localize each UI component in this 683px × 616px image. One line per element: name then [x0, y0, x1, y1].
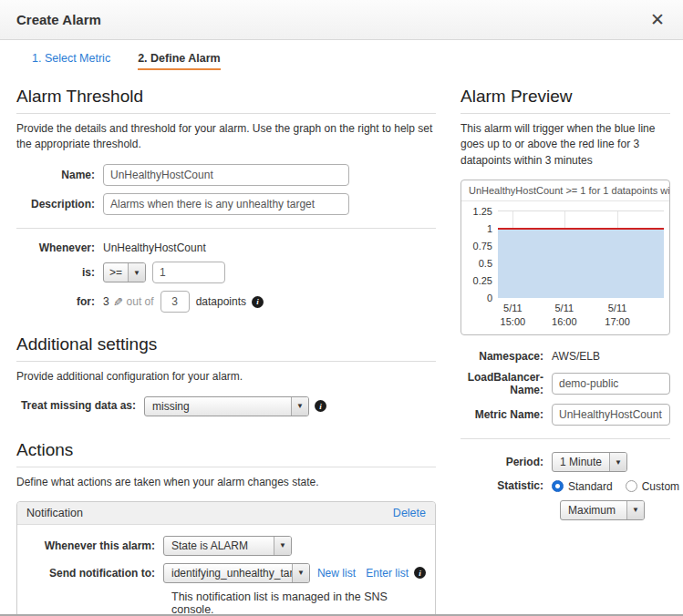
statistic-select[interactable]: Maximum ▼: [560, 500, 645, 520]
sns-note: This notification list is managed in the…: [171, 590, 426, 616]
chart-plot-area: 00.250.50.7511.25: [498, 210, 664, 298]
namespace-value: AWS/ELB: [552, 350, 600, 363]
delete-notification-link[interactable]: Delete: [393, 507, 426, 519]
is-label: is:: [16, 266, 103, 279]
actions-description: Define what actions are taken when your …: [16, 475, 436, 490]
chart-y-tick: 0: [487, 293, 498, 303]
dialog-header: Create Alarm ✕: [0, 0, 683, 40]
chevron-down-icon: ▼: [626, 501, 644, 519]
actions-heading: Actions: [16, 440, 436, 467]
chevron-down-icon: ▼: [292, 564, 309, 582]
period-label: Period:: [461, 456, 552, 468]
name-label: Name:: [16, 169, 103, 181]
edit-pencil-icon[interactable]: ✎: [113, 295, 123, 309]
alarm-state-select[interactable]: State is ALARM ▼: [163, 536, 292, 556]
alarm-preview-description: This alarm will trigger when the blue li…: [461, 121, 670, 169]
sns-topic-select[interactable]: identifying_unhealthy_targets_lambda_t ▼: [163, 563, 310, 583]
chart-y-tick: 1.25: [473, 206, 498, 217]
chart-y-tick: 0.5: [479, 258, 498, 269]
additional-settings-description: Provide additional configuration for you…: [16, 369, 436, 385]
info-icon[interactable]: i: [315, 400, 326, 412]
chevron-down-icon: ▼: [274, 537, 291, 555]
whenever-this-alarm-label: Whenever this alarm:: [26, 539, 163, 552]
new-list-link[interactable]: New list: [317, 567, 356, 580]
additional-settings-heading: Additional settings: [16, 334, 436, 362]
period-select[interactable]: 1 Minute ▼: [552, 452, 627, 472]
divider: [16, 228, 436, 229]
datapoints-label: datapoints: [196, 295, 246, 308]
chevron-down-icon: ▼: [128, 263, 145, 282]
namespace-label: Namespace:: [461, 350, 552, 363]
statistic-standard-radio[interactable]: Standard: [552, 480, 613, 493]
divider: [461, 438, 670, 439]
chevron-down-icon: ▼: [291, 397, 308, 416]
treat-missing-data-label: Treat missing data as:: [16, 399, 144, 412]
info-icon[interactable]: i: [414, 567, 426, 579]
chart-y-tick: 1: [487, 223, 498, 234]
tab-select-metric[interactable]: 1. Select Metric: [32, 52, 110, 70]
notification-panel-title: Notification: [26, 507, 83, 519]
whenever-metric-name: UnHealthyHostCount: [103, 241, 206, 254]
operator-select[interactable]: >= ▼: [103, 262, 146, 282]
statistic-custom-radio[interactable]: Custom: [626, 480, 679, 493]
threshold-value-input[interactable]: [152, 262, 225, 283]
enter-list-link[interactable]: Enter list: [366, 567, 409, 580]
chart-title: UnHealthyHostCount >= 1 for 1 datapoints…: [461, 180, 669, 201]
treat-missing-data-select[interactable]: missing ▼: [144, 396, 309, 416]
name-input[interactable]: [103, 164, 349, 186]
radio-icon: [552, 480, 564, 492]
chart-x-axis: 5/11 15:005/11 16:005/11 17:00: [498, 302, 664, 333]
chevron-down-icon: ▼: [609, 453, 626, 471]
out-of-label: out of: [127, 295, 154, 308]
notification-panel: Notification Delete Whenever this alarm:…: [16, 501, 436, 616]
whenever-label: Whenever:: [16, 241, 103, 254]
statistic-label: Statistic:: [461, 479, 552, 492]
dialog-title: Create Alarm: [16, 12, 101, 27]
for-label: for:: [16, 295, 103, 308]
close-icon[interactable]: ✕: [650, 11, 665, 28]
send-notification-to-label: Send notification to:: [26, 567, 163, 580]
metric-name-label: Metric Name:: [461, 408, 552, 421]
chart-y-tick: 0.25: [473, 275, 498, 286]
evaluation-periods-input[interactable]: [160, 291, 190, 313]
consecutive-periods-value: 3: [103, 295, 109, 308]
alarm-preview-heading: Alarm Preview: [461, 87, 670, 114]
tab-define-alarm[interactable]: 2. Define Alarm: [138, 52, 221, 70]
metric-name-input[interactable]: [552, 404, 670, 426]
radio-icon: [626, 480, 637, 492]
description-label: Description:: [16, 198, 103, 210]
chart-x-tick: 5/11 16:00: [552, 302, 577, 329]
description-input[interactable]: [103, 193, 349, 215]
chart-threshold-line: [498, 228, 664, 230]
alarm-threshold-description: Provide the details and threshold for yo…: [16, 121, 436, 153]
alarm-threshold-heading: Alarm Threshold: [16, 87, 436, 114]
loadbalancer-name-input[interactable]: [552, 373, 670, 395]
loadbalancer-name-label: LoadBalancer-Name:: [461, 371, 552, 397]
wizard-tabs: 1. Select Metric 2. Define Alarm: [32, 52, 683, 70]
info-icon[interactable]: i: [252, 296, 264, 308]
chart-series-area: [498, 229, 664, 298]
chart-x-tick: 5/11 17:00: [605, 302, 630, 329]
chart-x-tick: 5/11 15:00: [501, 302, 526, 329]
chart-y-tick: 0.75: [473, 241, 498, 252]
alarm-preview-chart: UnHealthyHostCount >= 1 for 1 datapoints…: [461, 180, 670, 335]
